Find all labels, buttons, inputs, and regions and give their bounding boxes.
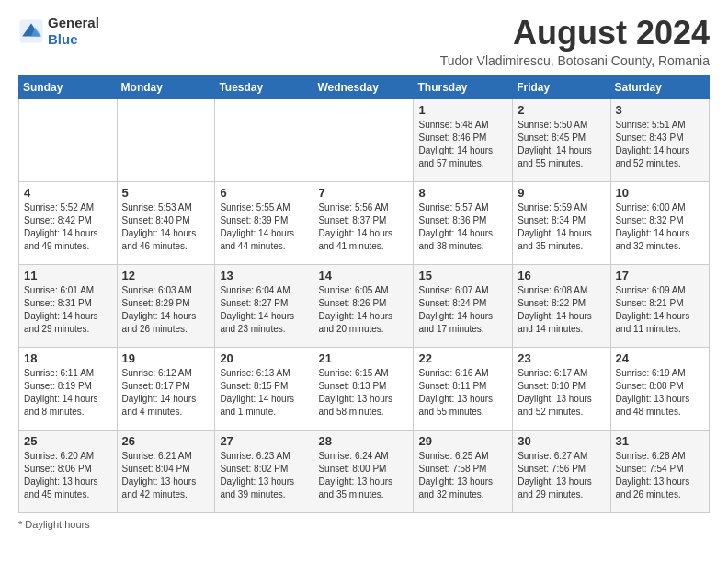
calendar-cell: 25Sunrise: 6:20 AM Sunset: 8:06 PM Dayli… (19, 430, 118, 512)
calendar-header-row: SundayMondayTuesdayWednesdayThursdayFrid… (19, 75, 710, 98)
day-info: Sunrise: 6:17 AM Sunset: 8:10 PM Dayligh… (518, 367, 605, 419)
calendar-cell: 31Sunrise: 6:28 AM Sunset: 7:54 PM Dayli… (610, 430, 709, 512)
day-number: 19 (122, 351, 210, 365)
calendar-cell: 4Sunrise: 5:52 AM Sunset: 8:42 PM Daylig… (19, 181, 118, 264)
calendar-cell: 19Sunrise: 6:12 AM Sunset: 8:17 PM Dayli… (117, 347, 215, 430)
day-number: 16 (518, 269, 605, 282)
day-number: 13 (220, 269, 308, 282)
day-number: 3 (616, 103, 704, 117)
day-of-week-header: Friday (513, 75, 610, 98)
day-info: Sunrise: 5:53 AM Sunset: 8:40 PM Dayligh… (122, 201, 210, 253)
day-number: 9 (518, 186, 605, 200)
day-number: 1 (418, 103, 507, 117)
day-number: 8 (418, 186, 507, 200)
calendar-cell (215, 98, 313, 181)
day-number: 21 (318, 351, 408, 365)
calendar-cell: 21Sunrise: 6:15 AM Sunset: 8:13 PM Dayli… (313, 347, 414, 430)
day-info: Sunrise: 6:00 AM Sunset: 8:32 PM Dayligh… (616, 201, 704, 253)
day-info: Sunrise: 6:01 AM Sunset: 8:31 PM Dayligh… (24, 284, 112, 336)
calendar-week-row: 25Sunrise: 6:20 AM Sunset: 8:06 PM Dayli… (19, 430, 710, 512)
day-info: Sunrise: 6:28 AM Sunset: 7:54 PM Dayligh… (616, 450, 704, 501)
day-number: 18 (24, 351, 112, 365)
day-info: Sunrise: 6:09 AM Sunset: 8:21 PM Dayligh… (616, 284, 704, 336)
calendar-cell (117, 98, 215, 181)
calendar-cell: 27Sunrise: 6:23 AM Sunset: 8:02 PM Dayli… (215, 430, 313, 512)
day-info: Sunrise: 5:57 AM Sunset: 8:36 PM Dayligh… (418, 201, 507, 253)
calendar-cell: 15Sunrise: 6:07 AM Sunset: 8:24 PM Dayli… (414, 264, 513, 347)
day-number: 4 (24, 186, 112, 200)
calendar-cell: 18Sunrise: 6:11 AM Sunset: 8:19 PM Dayli… (19, 347, 118, 430)
day-info: Sunrise: 6:12 AM Sunset: 8:17 PM Dayligh… (122, 367, 210, 419)
calendar-cell: 16Sunrise: 6:08 AM Sunset: 8:22 PM Dayli… (513, 264, 610, 347)
calendar-cell: 17Sunrise: 6:09 AM Sunset: 8:21 PM Dayli… (610, 264, 709, 347)
day-info: Sunrise: 6:07 AM Sunset: 8:24 PM Dayligh… (418, 284, 507, 336)
day-number: 27 (220, 434, 308, 448)
day-info: Sunrise: 5:55 AM Sunset: 8:39 PM Dayligh… (220, 201, 308, 253)
logo-text-blue: Blue (48, 31, 78, 47)
calendar-week-row: 1Sunrise: 5:48 AM Sunset: 8:46 PM Daylig… (19, 98, 710, 181)
calendar-table: SundayMondayTuesdayWednesdayThursdayFrid… (18, 75, 710, 513)
day-of-week-header: Saturday (610, 75, 709, 98)
day-info: Sunrise: 5:52 AM Sunset: 8:42 PM Dayligh… (24, 201, 112, 253)
day-info: Sunrise: 6:08 AM Sunset: 8:22 PM Dayligh… (518, 284, 605, 336)
logo-icon (18, 18, 44, 44)
day-number: 30 (518, 434, 605, 448)
calendar-cell: 5Sunrise: 5:53 AM Sunset: 8:40 PM Daylig… (117, 181, 215, 264)
day-number: 2 (518, 103, 605, 117)
day-info: Sunrise: 6:19 AM Sunset: 8:08 PM Dayligh… (616, 367, 704, 419)
day-info: Sunrise: 6:15 AM Sunset: 8:13 PM Dayligh… (318, 367, 408, 419)
day-of-week-header: Tuesday (215, 75, 313, 98)
calendar-cell: 7Sunrise: 5:56 AM Sunset: 8:37 PM Daylig… (313, 181, 414, 264)
day-number: 14 (318, 269, 408, 282)
calendar-cell: 10Sunrise: 6:00 AM Sunset: 8:32 PM Dayli… (610, 181, 709, 264)
calendar-cell: 13Sunrise: 6:04 AM Sunset: 8:27 PM Dayli… (215, 264, 313, 347)
day-info: Sunrise: 6:11 AM Sunset: 8:19 PM Dayligh… (24, 367, 112, 419)
calendar-cell: 6Sunrise: 5:55 AM Sunset: 8:39 PM Daylig… (215, 181, 313, 264)
day-info: Sunrise: 6:20 AM Sunset: 8:06 PM Dayligh… (24, 450, 112, 501)
day-number: 31 (616, 434, 704, 448)
footer-note: * Daylight hours (18, 519, 710, 530)
day-info: Sunrise: 6:24 AM Sunset: 8:00 PM Dayligh… (318, 450, 408, 501)
day-number: 29 (418, 434, 507, 448)
day-number: 22 (418, 351, 507, 365)
day-number: 5 (122, 186, 210, 200)
day-number: 24 (616, 351, 704, 365)
day-number: 7 (318, 186, 408, 200)
calendar-cell: 8Sunrise: 5:57 AM Sunset: 8:36 PM Daylig… (414, 181, 513, 264)
day-number: 23 (518, 351, 605, 365)
day-info: Sunrise: 6:25 AM Sunset: 7:58 PM Dayligh… (418, 450, 507, 501)
title-block: August 2024 Tudor Vladimirescu, Botosani… (440, 15, 710, 68)
logo: General Blue (18, 15, 99, 48)
day-info: Sunrise: 6:21 AM Sunset: 8:04 PM Dayligh… (122, 450, 210, 501)
calendar-cell: 11Sunrise: 6:01 AM Sunset: 8:31 PM Dayli… (19, 264, 118, 347)
logo-text-general: General (48, 15, 99, 30)
calendar-cell: 28Sunrise: 6:24 AM Sunset: 8:00 PM Dayli… (313, 430, 414, 512)
calendar-cell: 22Sunrise: 6:16 AM Sunset: 8:11 PM Dayli… (414, 347, 513, 430)
day-of-week-header: Monday (117, 75, 215, 98)
calendar-cell: 26Sunrise: 6:21 AM Sunset: 8:04 PM Dayli… (117, 430, 215, 512)
calendar-cell: 29Sunrise: 6:25 AM Sunset: 7:58 PM Dayli… (414, 430, 513, 512)
day-number: 25 (24, 434, 112, 448)
calendar-cell: 24Sunrise: 6:19 AM Sunset: 8:08 PM Dayli… (610, 347, 709, 430)
day-number: 6 (220, 186, 308, 200)
day-info: Sunrise: 5:59 AM Sunset: 8:34 PM Dayligh… (518, 201, 605, 253)
calendar-cell: 9Sunrise: 5:59 AM Sunset: 8:34 PM Daylig… (513, 181, 610, 264)
calendar-cell (313, 98, 414, 181)
day-number: 15 (418, 269, 507, 282)
day-number: 28 (318, 434, 408, 448)
calendar-cell: 30Sunrise: 6:27 AM Sunset: 7:56 PM Dayli… (513, 430, 610, 512)
location-subtitle: Tudor Vladimirescu, Botosani County, Rom… (440, 53, 710, 68)
header: General Blue August 2024 Tudor Vladimire… (18, 15, 710, 68)
day-number: 10 (616, 186, 704, 200)
day-info: Sunrise: 5:56 AM Sunset: 8:37 PM Dayligh… (318, 201, 408, 253)
day-info: Sunrise: 5:51 AM Sunset: 8:43 PM Dayligh… (616, 119, 704, 170)
day-info: Sunrise: 6:05 AM Sunset: 8:26 PM Dayligh… (318, 284, 408, 336)
calendar-cell: 12Sunrise: 6:03 AM Sunset: 8:29 PM Dayli… (117, 264, 215, 347)
calendar-cell: 1Sunrise: 5:48 AM Sunset: 8:46 PM Daylig… (414, 98, 513, 181)
month-year-title: August 2024 (440, 15, 710, 52)
day-info: Sunrise: 6:23 AM Sunset: 8:02 PM Dayligh… (220, 450, 308, 501)
daylight-hours-label: Daylight hours (25, 519, 89, 530)
calendar-cell: 3Sunrise: 5:51 AM Sunset: 8:43 PM Daylig… (610, 98, 709, 181)
day-info: Sunrise: 6:03 AM Sunset: 8:29 PM Dayligh… (122, 284, 210, 336)
day-number: 17 (616, 269, 704, 282)
